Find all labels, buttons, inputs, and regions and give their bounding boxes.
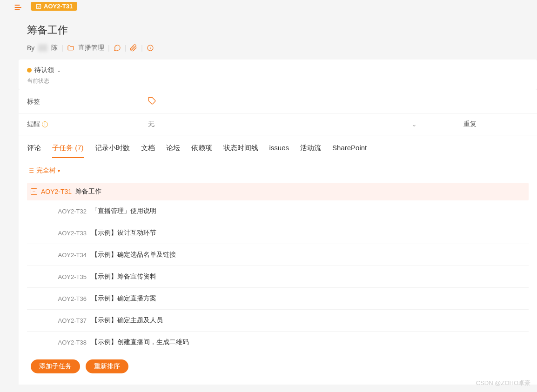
by-label: By [27,44,34,52]
status-label: 当前状态 [27,77,529,85]
subtask-title: 【示例】筹备宣传资料 [91,272,156,281]
tabs-bar: 评论子任务 (7)记录小时数文档论坛依赖项状态时间线issues活动流Share… [19,135,537,158]
status-value: 待认领 [34,66,54,74]
remind-value: 无 [148,120,154,128]
tab-3[interactable]: 文档 [141,144,155,158]
parent-task-title: 筹备工作 [75,187,101,196]
subtask-row[interactable]: AOY2-T34【示例】确定选品名单及链接 [27,244,529,266]
parent-task-id: AOY2-T31 [41,188,72,195]
subtask-id: AOY2-T35 [54,273,87,280]
chevron-down-icon: ⌄ [57,67,61,73]
comment-icon[interactable] [114,44,121,52]
subtask-id: AOY2-T37 [54,317,87,324]
tag-icon [148,97,156,106]
tab-0[interactable]: 评论 [27,144,41,158]
chevron-down-icon: ⌄ [411,120,417,128]
add-subtask-button[interactable]: 添加子任务 [31,359,80,373]
tab-9[interactable]: SharePoint [332,144,367,158]
menu-toggle-icon[interactable] [14,3,23,15]
subtask-row[interactable]: AOY2-T32「直播管理」使用说明 [27,200,529,222]
subtask-title: 【示例】确定选品名单及链接 [91,251,176,259]
watermark: CSDN @ZOHO卓豪 [476,379,530,387]
caret-down-icon: ▾ [58,168,60,173]
tree-view-toggle[interactable]: 完全树 ▾ [27,166,60,175]
status-dot-icon [27,68,32,73]
status-card: 待认领 ⌄ 当前状态 [19,60,537,90]
collapse-icon[interactable]: − [31,188,37,195]
subtask-panel: 完全树 ▾ − AOY2-T31 筹备工作 AOY2-T32「直播管理」使用说明… [19,158,537,385]
author-blur [38,44,47,52]
reorder-button[interactable]: 重新排序 [86,359,128,373]
remind-label: 提醒 [27,120,40,128]
subtask-id: AOY2-T36 [54,295,87,302]
tab-1[interactable]: 子任务 (7) [52,144,84,158]
tree-toggle-label: 完全树 [36,166,56,175]
info-small-icon: i [42,121,48,127]
subtask-row[interactable]: AOY2-T37【示例】确定主题及人员 [27,310,529,332]
task-title: 筹备工作 [27,23,537,37]
subtask-row[interactable]: AOY2-T38【示例】创建直播间，生成二维码 [27,332,529,353]
tab-6[interactable]: 状态时间线 [223,144,258,158]
task-id-badge[interactable]: AOY2-T31 [31,2,77,11]
status-dropdown[interactable]: 待认领 ⌄ [27,66,529,74]
attachment-icon[interactable] [130,44,137,52]
tab-4[interactable]: 论坛 [166,144,180,158]
subtask-title: 【示例】确定直播方案 [91,294,156,303]
folder-icon [67,44,74,52]
field-tag[interactable]: 标签 [19,90,537,113]
subtask-title: 「直播管理」使用说明 [91,207,156,215]
task-meta: By 陈 | 直播管理 | | | [27,44,537,52]
subtask-id: AOY2-T34 [54,252,87,259]
repeat-label[interactable]: 重复 [463,120,529,128]
subtask-title: 【示例】创建直播间，生成二维码 [91,338,189,346]
subtask-id: AOY2-T33 [54,230,87,237]
subtask-row[interactable]: AOY2-T35【示例】筹备宣传资料 [27,266,529,288]
tab-7[interactable]: issues [269,144,289,158]
field-remind[interactable]: 提醒 i 无 ⌄ 重复 [19,113,537,135]
subtask-row[interactable]: AOY2-T36【示例】确定直播方案 [27,288,529,310]
tag-label: 标签 [27,98,148,106]
tab-8[interactable]: 活动流 [300,144,321,158]
tab-5[interactable]: 依赖项 [191,144,212,158]
subtask-title: 【示例】设计互动环节 [91,229,156,237]
subtask-row[interactable]: AOY2-T33【示例】设计互动环节 [27,222,529,244]
subtask-id: AOY2-T32 [54,208,87,215]
parent-task-row[interactable]: − AOY2-T31 筹备工作 [27,183,529,200]
subtask-id: AOY2-T38 [54,339,87,346]
tab-2[interactable]: 记录小时数 [95,144,130,158]
svg-rect-3 [36,4,40,8]
info-icon[interactable] [147,44,154,52]
author-name: 陈 [51,44,58,52]
folder-name[interactable]: 直播管理 [78,44,104,52]
task-id-text: AOY2-T31 [44,3,73,10]
subtask-title: 【示例】确定主题及人员 [91,316,163,325]
